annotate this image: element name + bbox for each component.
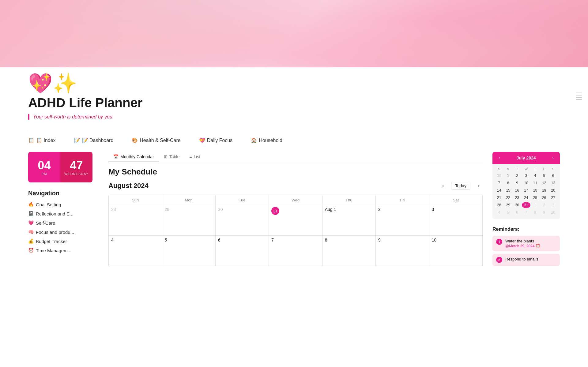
mini-day-n4[interactable]: 4 <box>495 209 503 215</box>
mini-label-t2: T <box>531 167 539 171</box>
mini-day-21[interactable]: 21 <box>495 195 503 201</box>
nav-item-reflection[interactable]: 📓 Reflection and E... <box>28 211 99 216</box>
clock-hour-value: 04 <box>38 159 51 172</box>
cal-cell-5[interactable]: 5 <box>162 236 215 266</box>
self-care-emoji: 💗 <box>28 220 34 226</box>
mini-day-30[interactable]: 30 <box>495 173 503 179</box>
calendar-row-2: 4 5 6 7 8 9 10 <box>109 236 483 266</box>
mini-day-next-2[interactable]: 2 <box>540 202 548 208</box>
nav-tab-index[interactable]: 📋 📋 Index <box>28 137 56 143</box>
mini-day-4[interactable]: 4 <box>531 173 539 179</box>
tab-list[interactable]: ≡ List <box>184 152 205 162</box>
mini-day-2[interactable]: 2 <box>513 173 521 179</box>
day-header-sat: Sat <box>429 195 482 205</box>
nav-item-time[interactable]: ⏰ Time Managem... <box>28 248 99 253</box>
nav-item-focus[interactable]: 🧠 Focus and produ... <box>28 229 99 235</box>
right-sidebar: ‹ July 2024 › S M T W T F S <box>492 152 560 268</box>
mini-day-17[interactable]: 17 <box>522 187 530 193</box>
nav-items-list: 🔥 Goal Setting 📓 Reflection and E... 💗 S… <box>28 202 99 253</box>
cal-cell-aug1[interactable]: Aug 1 <box>322 205 375 236</box>
tab-monthly-calendar[interactable]: 📅 Monthly Calendar <box>108 152 159 162</box>
mini-day-next-1[interactable]: 1 <box>531 202 539 208</box>
cal-cell-8[interactable]: 8 <box>322 236 375 266</box>
mini-day-n7[interactable]: 7 <box>522 209 530 215</box>
main-layout: 04 PM 47 WEDNESDAY Navigation 🔥 Goal Set… <box>28 149 560 268</box>
cal-cell-10[interactable]: 10 <box>429 236 482 266</box>
calendar-next-btn[interactable]: › <box>474 182 483 190</box>
mini-day-18[interactable]: 18 <box>531 187 539 193</box>
mini-day-5[interactable]: 5 <box>540 173 548 179</box>
mini-day-n9[interactable]: 9 <box>540 209 548 215</box>
reminder-num-2: 2 <box>496 257 502 263</box>
cal-cell-29[interactable]: 29 <box>162 205 215 236</box>
cal-cell-7[interactable]: 7 <box>269 236 322 266</box>
mini-day-14[interactable]: 14 <box>495 187 503 193</box>
reminder-item-2[interactable]: 2 Respond to emails <box>492 254 560 266</box>
mini-day-1[interactable]: 1 <box>504 173 512 179</box>
mini-day-13[interactable]: 13 <box>549 180 557 186</box>
mini-day-20[interactable]: 20 <box>549 187 557 193</box>
mini-day-28[interactable]: 28 <box>495 202 503 208</box>
cal-cell-3[interactable]: 3 <box>429 205 482 236</box>
tab-table[interactable]: ⊞ Table <box>159 152 184 162</box>
nav-item-budget[interactable]: 💰 Budget Tracker <box>28 238 99 244</box>
cal-cell-9[interactable]: 9 <box>376 236 429 266</box>
clock-widget: 04 PM 47 WEDNESDAY <box>28 152 92 182</box>
mini-day-n5[interactable]: 5 <box>504 209 512 215</box>
calendar-header: August 2024 ‹ Today › <box>108 182 483 190</box>
mini-day-26[interactable]: 26 <box>540 195 548 201</box>
mini-day-11[interactable]: 11 <box>531 180 539 186</box>
mini-day-25[interactable]: 25 <box>531 195 539 201</box>
page-tagline: Your self-worth is determined by you <box>28 114 560 120</box>
top-nav: 📋 📋 Index 📝 📝 Dashboard 🎨 Health & Self-… <box>28 135 560 149</box>
tagline-bar <box>28 114 29 120</box>
nav-tab-household[interactable]: 🏠 Household <box>251 137 282 143</box>
cal-cell-30[interactable]: 30 <box>215 205 269 236</box>
cal-cell-6[interactable]: 6 <box>215 236 269 266</box>
mini-day-22[interactable]: 22 <box>504 195 512 201</box>
mini-day-6[interactable]: 6 <box>549 173 557 179</box>
nav-tab-dashboard[interactable]: 📝 📝 Dashboard <box>74 137 114 143</box>
mini-day-8[interactable]: 8 <box>504 180 512 186</box>
mini-day-12[interactable]: 12 <box>540 180 548 186</box>
mini-day-29[interactable]: 29 <box>504 202 512 208</box>
mini-day-31-today[interactable]: 31 <box>522 202 530 208</box>
mini-day-19[interactable]: 19 <box>540 187 548 193</box>
cal-cell-28[interactable]: 28 <box>109 205 162 236</box>
day-header-mon: Mon <box>162 195 215 205</box>
mini-label-m: M <box>504 167 512 171</box>
reminder-num-1: 1 <box>496 239 502 245</box>
mini-day-10[interactable]: 10 <box>522 180 530 186</box>
mini-week-5: 28 29 30 31 1 2 3 <box>495 202 557 208</box>
mini-day-next-3[interactable]: 3 <box>549 202 557 208</box>
reminder-item-1[interactable]: 1 Water the plants @March 29, 2024 ⏰ <box>492 236 560 251</box>
cal-cell-31[interactable]: 31 <box>269 205 322 236</box>
mini-day-16[interactable]: 16 <box>513 187 521 193</box>
mini-day-n6[interactable]: 6 <box>513 209 521 215</box>
day-header-tue: Tue <box>215 195 269 205</box>
today-button[interactable]: Today <box>451 182 470 190</box>
mini-day-n10[interactable]: 10 <box>549 209 557 215</box>
cal-cell-2[interactable]: 2 <box>376 205 429 236</box>
nav-tab-health[interactable]: 🎨 Health & Self-Care <box>132 137 180 143</box>
nav-item-self-care[interactable]: 💗 Self-Care <box>28 220 99 226</box>
cal-cell-4[interactable]: 4 <box>109 236 162 266</box>
mini-day-n8[interactable]: 8 <box>531 209 539 215</box>
mini-day-7[interactable]: 7 <box>495 180 503 186</box>
nav-tab-daily-focus[interactable]: 💝 Daily Focus <box>199 137 233 143</box>
mini-day-15[interactable]: 15 <box>504 187 512 193</box>
mini-day-24[interactable]: 24 <box>522 195 530 201</box>
nav-item-goal-setting[interactable]: 🔥 Goal Setting <box>28 202 99 207</box>
page-title: ADHD Life Planner <box>28 95 560 110</box>
mini-day-23[interactable]: 23 <box>513 195 521 201</box>
calendar-prev-btn[interactable]: ‹ <box>439 182 447 190</box>
mini-cal-prev[interactable]: ‹ <box>497 155 502 161</box>
mini-day-30[interactable]: 30 <box>513 202 521 208</box>
reflection-label: Reflection and E... <box>36 211 74 216</box>
budget-label: Budget Tracker <box>36 239 67 244</box>
scroll-line-4 <box>576 97 582 98</box>
mini-cal-next[interactable]: › <box>550 155 556 161</box>
mini-day-9[interactable]: 9 <box>513 180 521 186</box>
mini-day-27[interactable]: 27 <box>549 195 557 201</box>
mini-day-3[interactable]: 3 <box>522 173 530 179</box>
